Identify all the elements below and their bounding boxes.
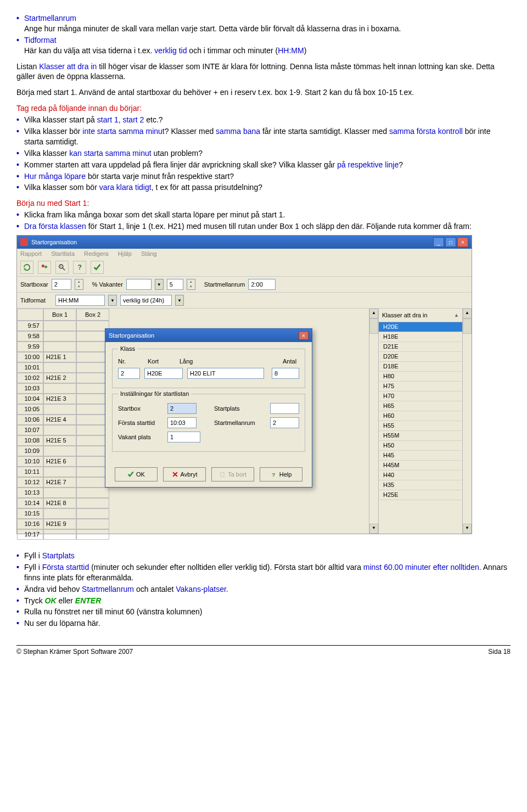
box-cell[interactable]: [76, 477, 109, 488]
box-cell[interactable]: [43, 383, 76, 394]
tool-refresh-icon[interactable]: [20, 261, 33, 274]
box-cell[interactable]: [76, 435, 109, 446]
box-cell[interactable]: H21E 3: [43, 394, 76, 404]
box-cell[interactable]: [43, 446, 76, 456]
class-list-item[interactable]: H40: [379, 471, 462, 480]
box-cell[interactable]: [43, 508, 76, 519]
menu-redigera[interactable]: Redigera: [84, 250, 109, 257]
spinner-vakanter[interactable]: ▲▼: [187, 279, 195, 290]
class-list-item[interactable]: H35: [379, 480, 462, 490]
box-cell[interactable]: H21E 6: [43, 456, 76, 467]
box-cell[interactable]: [76, 529, 109, 540]
box2-column[interactable]: Box 2: [76, 309, 109, 534]
box-cell[interactable]: [76, 488, 109, 498]
class-list-item[interactable]: H70: [379, 391, 462, 401]
class-list-item[interactable]: H45M: [379, 461, 462, 471]
box-cell[interactable]: [76, 425, 109, 435]
menu-startlista[interactable]: Startlista: [51, 250, 75, 257]
dropdown-tidformat[interactable]: HH:MM: [55, 295, 105, 306]
box-cell[interactable]: [76, 446, 109, 456]
menu-stang[interactable]: Stäng: [141, 250, 157, 257]
box-cell[interactable]: [76, 362, 109, 373]
class-list-item[interactable]: H20E: [379, 322, 462, 332]
tool-help-icon[interactable]: ?: [73, 261, 86, 274]
menu-hjalp[interactable]: Hjälp: [118, 250, 132, 257]
input-startplats[interactable]: [270, 403, 299, 414]
class-list-item[interactable]: D20E: [379, 352, 462, 362]
class-list-item[interactable]: H65: [379, 401, 462, 411]
classes-list[interactable]: H20EH18ED21ED20ED18EH80H75H70H65H60H55H5…: [379, 322, 462, 534]
tool-check-icon[interactable]: [91, 261, 104, 274]
box-cell[interactable]: [43, 488, 76, 498]
class-list-item[interactable]: H25E: [379, 490, 462, 500]
box-cell[interactable]: [43, 321, 76, 331]
box-cell[interactable]: [76, 467, 109, 477]
box-cell[interactable]: [76, 404, 109, 415]
dropdown-verklig-btn[interactable]: ▼: [175, 295, 184, 306]
close-button[interactable]: ×: [457, 237, 468, 247]
minimize-button[interactable]: _: [433, 237, 444, 247]
class-list-item[interactable]: H60: [379, 411, 462, 421]
class-list-item[interactable]: H55: [379, 421, 462, 431]
dialog-close-button[interactable]: ×: [299, 331, 309, 340]
input-vakanter[interactable]: [126, 279, 152, 290]
box-cell[interactable]: [43, 362, 76, 373]
dropdown-tidformat-btn[interactable]: ▼: [108, 295, 117, 306]
scrollbar-right[interactable]: ▲ ▼: [462, 309, 472, 534]
tool-add-icon[interactable]: [38, 261, 51, 274]
box-cell[interactable]: H21E 7: [43, 477, 76, 488]
box-cell[interactable]: H21E 4: [43, 415, 76, 425]
dropdown-verklig[interactable]: verklig tid (24h): [120, 295, 172, 306]
class-list-item[interactable]: H18E: [379, 332, 462, 342]
titlebar[interactable]: Startorganisation _ □ ×: [17, 236, 472, 249]
box-cell[interactable]: H21E 2: [43, 373, 76, 383]
box1-column[interactable]: Box 1 H21E 1H21E 2H21E 3H21E 4H21E 5H21E…: [43, 309, 76, 534]
box-cell[interactable]: [76, 394, 109, 404]
tool-find-icon[interactable]: ?: [55, 261, 69, 274]
box-cell[interactable]: [76, 341, 109, 352]
cancel-button[interactable]: Avbryt: [163, 467, 206, 481]
box-cell[interactable]: [76, 331, 109, 341]
class-list-item[interactable]: H80: [379, 372, 462, 382]
box-cell[interactable]: H21E 9: [43, 519, 76, 529]
box-cell[interactable]: [76, 383, 109, 394]
ok-button[interactable]: OK: [115, 467, 158, 481]
sort-icon[interactable]: ▲: [454, 312, 459, 318]
class-list-item[interactable]: H55M: [379, 431, 462, 441]
box-cell[interactable]: [76, 321, 109, 331]
dropdown-vakanter[interactable]: ▼: [155, 279, 164, 290]
value-vakanter[interactable]: 5: [167, 279, 183, 290]
help-button[interactable]: ?Help: [260, 467, 302, 481]
box-cell[interactable]: [43, 529, 76, 540]
box-cell[interactable]: [76, 415, 109, 425]
box-cell[interactable]: [76, 352, 109, 362]
box-cell[interactable]: [76, 508, 109, 519]
box-cell[interactable]: [43, 425, 76, 435]
box-cell[interactable]: [43, 331, 76, 341]
class-list-item[interactable]: H50: [379, 441, 462, 451]
class-list-item[interactable]: D18E: [379, 362, 462, 372]
class-list-item[interactable]: D21E: [379, 342, 462, 352]
class-list-item[interactable]: H75: [379, 382, 462, 391]
box-cell[interactable]: [76, 373, 109, 383]
class-list-item[interactable]: H45: [379, 451, 462, 461]
box-cell[interactable]: H21E 5: [43, 435, 76, 446]
menu-rapport[interactable]: Rapport: [20, 250, 42, 257]
dialog-titlebar[interactable]: Startorganisation ×: [105, 329, 312, 342]
box-cell[interactable]: [43, 467, 76, 477]
box-cell[interactable]: [76, 519, 109, 529]
box-cell[interactable]: [43, 341, 76, 352]
maximize-button[interactable]: □: [445, 237, 456, 247]
box-cell[interactable]: [76, 456, 109, 467]
menubar[interactable]: Rapport Startlista Redigera Hjälp Stäng: [17, 249, 472, 259]
scrollbar-left[interactable]: ▲ ▼: [369, 309, 378, 534]
box-cell[interactable]: H21E 8: [43, 498, 76, 508]
input-vakant[interactable]: 1: [167, 432, 200, 443]
input-startmellanrum[interactable]: 2:00: [248, 279, 276, 290]
spinner-startboxar[interactable]: ▲▼: [75, 279, 83, 290]
input-startmellan[interactable]: 2: [270, 417, 299, 428]
input-forsta[interactable]: 10:03: [167, 417, 197, 428]
input-startbox[interactable]: 2: [167, 403, 197, 414]
input-startboxar[interactable]: 2: [52, 279, 71, 290]
box-cell[interactable]: [43, 404, 76, 415]
